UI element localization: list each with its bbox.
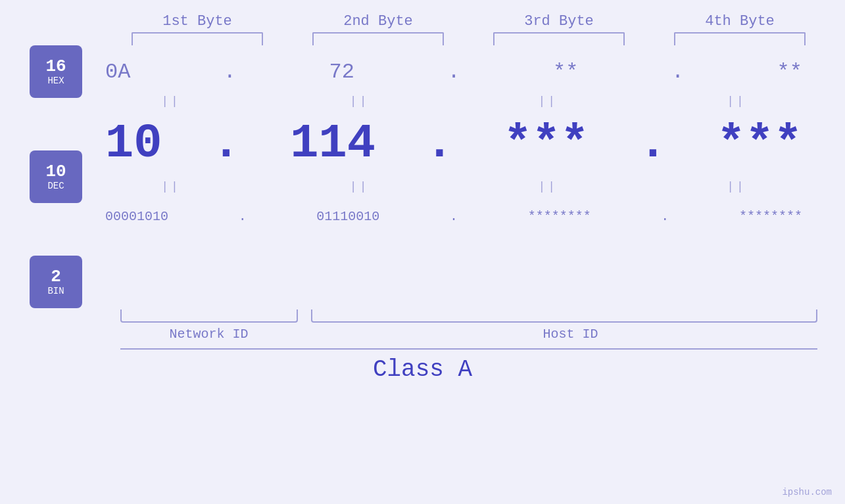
bin-dot-1: . — [239, 209, 247, 224]
hex-row: 0A . 72 . ** . ** — [92, 52, 815, 91]
hex-val-3: ** — [553, 60, 578, 84]
bin-badge: 2 BIN — [30, 256, 82, 308]
eq-2-3: || — [482, 180, 614, 193]
watermark: ipshu.com — [782, 487, 832, 497]
dec-badge-label: DEC — [47, 181, 64, 191]
eq-2-1: || — [105, 180, 237, 193]
eq-1-1: || — [105, 95, 237, 108]
bin-row: 00001010 . 01110010 . ******** . *******… — [92, 196, 815, 236]
bin-badge-number: 2 — [51, 267, 61, 286]
bin-dot-3: . — [661, 209, 669, 224]
hex-dot-1: . — [224, 60, 236, 84]
hex-val-1: 0A — [105, 60, 130, 84]
eq-2-2: || — [294, 180, 425, 193]
class-a-label: Class A — [373, 356, 472, 383]
dec-val-2: 114 — [290, 120, 375, 168]
bin-val-2: 01110010 — [316, 209, 379, 224]
hex-badge-number: 16 — [45, 57, 66, 76]
dec-val-3: *** — [504, 120, 589, 168]
hex-dot-2: . — [447, 60, 460, 84]
class-label-row: Class A — [0, 356, 845, 383]
eq-2-4: || — [671, 180, 802, 193]
bin-val-1: 00001010 — [105, 209, 168, 224]
bin-val-3: ******** — [528, 209, 591, 224]
id-labels-row: Network ID Host ID — [107, 327, 831, 342]
dec-dot-3: . — [639, 117, 667, 171]
bin-dot-2: . — [450, 209, 458, 224]
dec-dot-1: . — [212, 117, 240, 171]
eq-1-3: || — [482, 95, 614, 108]
bin-val-4: ******** — [739, 209, 802, 224]
dec-badge: 10 DEC — [30, 150, 82, 203]
bracket-3 — [493, 32, 625, 45]
dec-badge-number: 10 — [45, 162, 66, 181]
dec-row: 10 . 114 . *** . *** — [92, 111, 815, 177]
eq-1-4: || — [671, 95, 802, 108]
equals-row-1: || || || || — [92, 91, 815, 111]
network-id-label: Network ID — [107, 327, 311, 342]
host-id-label: Host ID — [311, 327, 831, 342]
hex-badge-label: HEX — [47, 76, 64, 86]
top-bracket-row — [107, 32, 831, 45]
host-id-bracket — [311, 309, 817, 323]
hex-val-2: 72 — [329, 60, 354, 84]
dec-val-4: *** — [717, 120, 802, 168]
main-container: 1st Byte 2nd Byte 3rd Byte 4th Byte 16 H… — [0, 0, 845, 504]
dec-dot-2: . — [425, 117, 454, 171]
byte-label-1: 1st Byte — [118, 13, 276, 30]
byte-labels-row: 1st Byte 2nd Byte 3rd Byte 4th Byte — [107, 13, 831, 30]
class-bracket-line — [120, 348, 817, 350]
byte-label-3: 3rd Byte — [480, 13, 638, 30]
badge-column: 16 HEX 10 DEC 2 BIN — [0, 45, 92, 308]
hex-val-4: ** — [777, 60, 802, 84]
bracket-1 — [132, 32, 263, 45]
equals-row-2: || || || || — [92, 177, 815, 196]
byte-label-2: 2nd Byte — [299, 13, 457, 30]
bracket-4 — [674, 32, 806, 45]
eq-1-2: || — [294, 95, 425, 108]
bin-badge-label: BIN — [47, 286, 64, 296]
all-rows: 0A . 72 . ** . ** || || || || 10 — [92, 45, 815, 236]
hex-dot-3: . — [671, 60, 684, 84]
network-id-bracket — [120, 309, 298, 323]
bottom-bracket-container — [107, 309, 831, 323]
hex-badge: 16 HEX — [30, 45, 82, 98]
byte-label-4: 4th Byte — [661, 13, 819, 30]
rows-wrapper: 16 HEX 10 DEC 2 BIN 0A . 72 . ** . ** — [0, 45, 845, 308]
bracket-2 — [312, 32, 444, 45]
dec-val-1: 10 — [105, 120, 162, 168]
